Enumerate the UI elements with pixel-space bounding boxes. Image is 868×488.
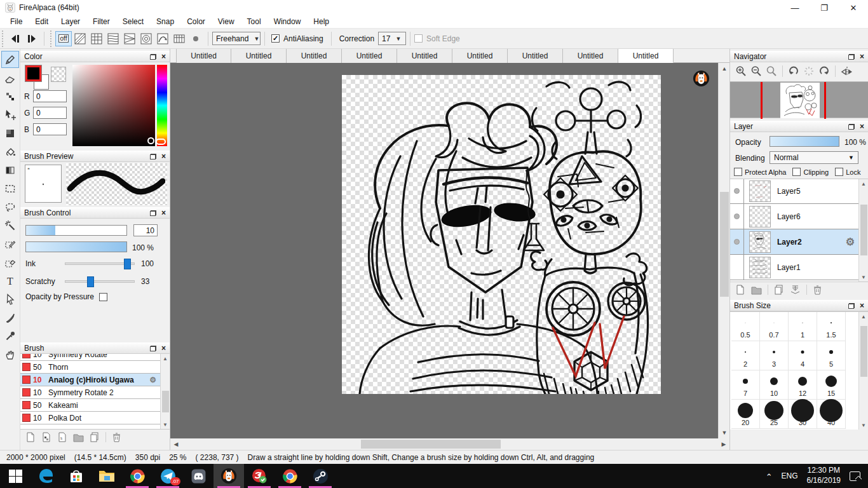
taskbar-chrome[interactable] [122, 464, 153, 488]
brush-size-option[interactable]: 0.7 [760, 312, 789, 341]
document-tab-5[interactable]: Untitled [397, 49, 452, 63]
layer-row[interactable]: Layer6 [730, 204, 858, 229]
brush-size-option[interactable]: 10 [760, 370, 789, 400]
brush-size-slider[interactable] [25, 225, 127, 236]
vertical-scrollbar[interactable]: ▲ ▼ [718, 63, 729, 438]
brush-size-option[interactable]: 12 [789, 370, 817, 400]
saturation-value-picker[interactable] [72, 65, 155, 146]
select-pen-tool[interactable] [1, 235, 19, 252]
scratchy-slider[interactable] [65, 280, 135, 283]
protect-alpha-checkbox[interactable] [734, 168, 742, 176]
scroll-down-icon[interactable]: ▼ [859, 273, 868, 281]
snap-concentric-button[interactable] [138, 31, 154, 46]
brush-size-option[interactable]: 2 [731, 341, 760, 370]
eraser-tool[interactable] [1, 69, 19, 86]
hue-cursor[interactable] [156, 139, 166, 145]
bucket-tool[interactable] [1, 143, 19, 160]
document-tab-3[interactable]: Untitled [287, 49, 342, 63]
tray-expand-icon[interactable]: ⌃ [766, 472, 773, 482]
horizontal-scrollbar[interactable]: ◀ ▶ [170, 438, 729, 450]
delete-brush-icon[interactable] [112, 432, 121, 442]
foreground-color-swatch[interactable] [25, 65, 41, 81]
float-panel-icon[interactable] [150, 154, 156, 159]
float-panel-icon[interactable] [848, 54, 855, 60]
select-eraser-tool[interactable] [1, 254, 19, 271]
scroll-up-icon[interactable]: ▲ [719, 63, 730, 74]
drawing-canvas[interactable] [342, 75, 661, 394]
r-input[interactable] [33, 90, 67, 102]
stroke-type-select[interactable]: Freehand▼ [212, 32, 261, 45]
taskbar-explorer[interactable] [92, 464, 122, 488]
menu-file[interactable]: File [4, 16, 29, 27]
navigator-preview[interactable] [730, 81, 868, 118]
pen-tool[interactable] [1, 51, 19, 68]
blending-mode-select[interactable]: Normal▼ [770, 151, 858, 164]
lasso-tool[interactable] [1, 198, 19, 215]
clipping-checkbox[interactable] [792, 168, 801, 176]
layer-list-scrollbar[interactable]: ▲ ▼ [858, 179, 868, 281]
document-tab-8[interactable]: Untitled [563, 49, 618, 63]
brush-size-option[interactable]: 0.5 [731, 312, 760, 341]
float-panel-icon[interactable] [150, 346, 156, 351]
scroll-up-icon[interactable]: ▲ [859, 312, 868, 321]
document-tab-2[interactable]: Untitled [231, 49, 287, 63]
document-tab-7[interactable]: Untitled [508, 49, 563, 63]
menu-help[interactable]: Help [307, 16, 336, 27]
operation-tool[interactable] [1, 290, 19, 308]
float-panel-icon[interactable] [848, 124, 855, 130]
brush-list-item[interactable]: 10Analog (c)Hiroki Ugawa⚙ [20, 374, 160, 386]
layer-row[interactable]: Layer2⚙ [730, 229, 858, 255]
close-panel-icon[interactable]: × [860, 302, 864, 309]
document-tab-4[interactable]: Untitled [342, 49, 397, 63]
layer-visibility-toggle[interactable] [730, 179, 744, 203]
workspace[interactable] [170, 63, 718, 438]
correction-select[interactable]: 17▼ [378, 32, 406, 45]
text-tool[interactable]: T [1, 272, 19, 289]
snap-cells-button[interactable] [171, 31, 187, 46]
brush-list-item[interactable]: 10Polka Dot [20, 412, 160, 424]
menu-filter[interactable]: Filter [86, 16, 116, 27]
language-indicator[interactable]: ENG [782, 471, 798, 480]
menu-layer[interactable]: Layer [55, 16, 86, 27]
snap-parallel-button[interactable] [72, 31, 88, 46]
layer-row[interactable]: Layer1 [730, 255, 858, 280]
gradient-tool[interactable] [1, 161, 19, 179]
knife-tool[interactable] [1, 309, 19, 326]
duplicate-layer-icon[interactable] [774, 285, 784, 295]
rotate-right-icon[interactable] [818, 65, 830, 77]
vertical-scroll-thumb[interactable] [720, 192, 729, 297]
magic-wand-tool[interactable] [1, 217, 19, 234]
taskbar-steam[interactable] [305, 464, 336, 488]
hand-tool[interactable] [1, 346, 19, 363]
menu-edit[interactable]: Edit [29, 16, 55, 27]
brush-size-option[interactable]: 25 [760, 400, 789, 429]
lock-checkbox[interactable] [835, 168, 843, 176]
menu-view[interactable]: View [212, 16, 241, 27]
float-panel-icon[interactable] [150, 54, 156, 60]
move-tool[interactable] [1, 106, 19, 123]
layer-settings-gear-icon[interactable]: ⚙ [846, 236, 855, 248]
zoom-in-icon[interactable] [735, 65, 747, 77]
merge-down-icon[interactable] [790, 285, 801, 295]
layer-visibility-toggle[interactable] [730, 204, 744, 229]
float-panel-icon[interactable] [150, 210, 156, 216]
hue-slider[interactable] [157, 65, 167, 146]
menu-color[interactable]: Color [180, 16, 212, 27]
brush-list-item[interactable]: 50Thorn [20, 361, 160, 374]
horizontal-scroll-thumb[interactable] [361, 440, 501, 449]
menu-tool[interactable]: Tool [241, 16, 268, 27]
brush-settings-gear-icon[interactable]: ⚙ [149, 376, 156, 384]
close-panel-icon[interactable]: × [860, 53, 864, 60]
reset-rotation-icon[interactable] [803, 65, 815, 77]
add-bitmap-brush-icon[interactable] [41, 432, 51, 442]
brush-list-scrollbar[interactable]: ▲ ▼ [160, 354, 170, 429]
document-tab-1[interactable]: Untitled [176, 49, 231, 63]
brush-size-option[interactable]: 5 [817, 341, 846, 370]
brush-size-option[interactable]: 30 [789, 400, 817, 429]
opacity-by-pressure-checkbox[interactable] [99, 293, 107, 301]
close-panel-icon[interactable]: × [161, 344, 166, 352]
brush-size-scrollbar[interactable]: ▲ ▼ [858, 312, 868, 430]
soft-edge-checkbox[interactable] [414, 34, 423, 43]
close-panel-icon[interactable]: × [161, 209, 166, 217]
transparent-color-swatch[interactable] [51, 67, 66, 82]
